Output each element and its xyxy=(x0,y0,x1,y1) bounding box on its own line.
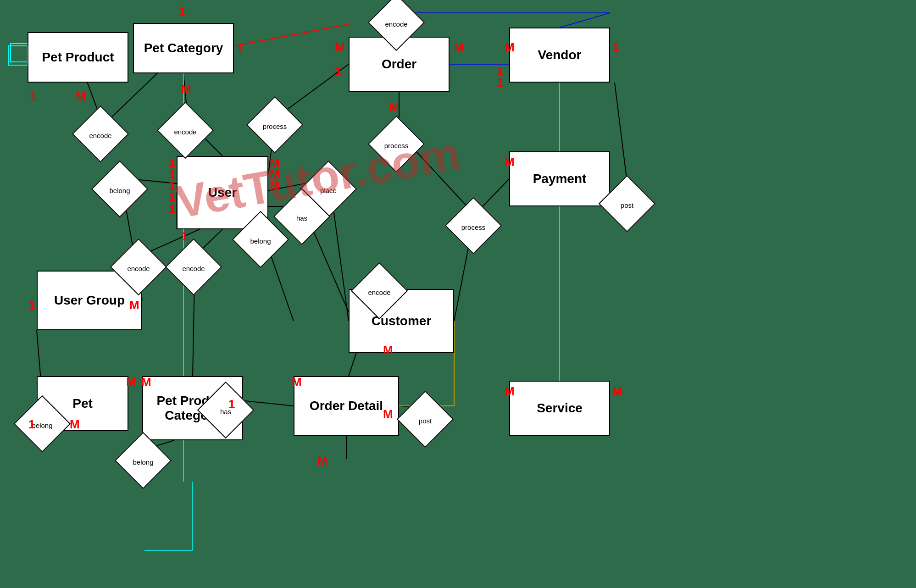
svg-line-42 xyxy=(234,24,349,46)
card-M-order-left: M xyxy=(335,40,345,55)
card-M-order-bottom: M xyxy=(389,100,399,114)
card-1-usergroup-left: 1 xyxy=(28,298,35,312)
card-1-vendor-lower2: 1 xyxy=(496,76,503,90)
svg-line-8 xyxy=(560,13,610,28)
card-1-pet-left: 1 xyxy=(28,417,35,432)
card-1-petprod-left: 1 xyxy=(30,89,36,104)
svg-rect-47 xyxy=(11,44,29,62)
card-1-above-petcat: 1 xyxy=(179,5,185,19)
card-1-user-5: 1 xyxy=(169,202,175,216)
card-M-orderdetail-upper-r: M xyxy=(383,343,393,357)
payment-entity: Payment xyxy=(509,151,610,206)
card-M-service-top: M xyxy=(505,384,515,399)
vendor-entity: Vendor xyxy=(509,28,610,83)
card-1-ppc-right: 1 xyxy=(228,397,235,411)
card-M-pet-right: M xyxy=(70,417,80,432)
card-1-order-left-mid: 1 xyxy=(335,64,341,78)
card-M-pet-upper: M xyxy=(126,375,136,389)
card-M-petprod-right: M xyxy=(76,89,86,104)
order-detail-entity: Order Detail xyxy=(294,376,399,436)
pet-category-entity: Pet Category xyxy=(133,23,234,73)
card-M-service-right: M xyxy=(612,384,622,399)
card-M-ppc-left: M xyxy=(141,375,151,389)
card-M-orderdetail-bottom: M xyxy=(317,454,328,468)
card-M-payment-top: M xyxy=(505,155,515,169)
card-1-right-petcat: 1 xyxy=(236,41,243,55)
card-M-orderdetail-lower: M xyxy=(383,407,393,422)
card-1-vendor-right: 1 xyxy=(612,40,619,55)
card-M-usergroup-right: M xyxy=(129,298,139,312)
card-M-orderdetail-left: M xyxy=(292,375,302,389)
service-entity: Service xyxy=(509,381,610,436)
card-1-user-bottom: 1 xyxy=(181,229,188,244)
card-M-vendor-top: M xyxy=(505,40,515,55)
card-M-below-petcat: M xyxy=(181,83,191,97)
pet-product-entity: Pet Product xyxy=(28,32,128,83)
encode-top-diamond: encode xyxy=(368,0,425,51)
card-M-vendor-left: M xyxy=(454,40,464,55)
